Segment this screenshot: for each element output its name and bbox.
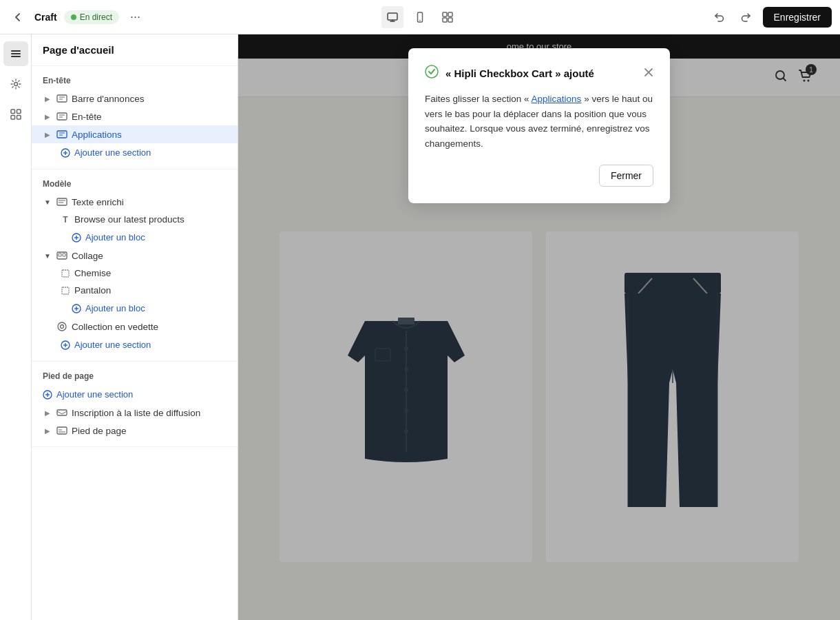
svg-point-10	[14, 83, 17, 86]
entete-label: En-tête	[72, 112, 227, 122]
svg-rect-5	[443, 18, 447, 22]
plus-icon	[61, 340, 70, 350]
pied-de-page-label: Pied de page	[72, 426, 227, 436]
modal-title: « Hipli Checkbox Cart » ajouté	[445, 68, 594, 79]
svg-rect-3	[443, 12, 447, 17]
live-dot	[71, 14, 76, 20]
sidebar-item-texte-enrichi[interactable]: ▼ Texte enrichi	[32, 193, 238, 211]
add-block-collage-button[interactable]: Ajouter un bloc	[32, 299, 238, 318]
svg-point-41	[58, 322, 66, 331]
texte-enrichi-icon	[56, 196, 67, 207]
svg-point-2	[419, 19, 421, 21]
mobile-device-button[interactable]	[409, 6, 431, 28]
plus-icon	[43, 390, 52, 400]
sidebar-item-inscription[interactable]: ▶ Inscription à la liste de diffusion	[32, 404, 238, 422]
add-section-footer-button[interactable]: Ajouter une section	[32, 385, 238, 404]
more-button[interactable]: ···	[126, 8, 145, 25]
chevron-down-icon: ▼	[43, 252, 52, 260]
header-group-label: En-tête	[32, 73, 238, 90]
nav-icon-button[interactable]	[3, 41, 28, 66]
live-label: En direct	[80, 12, 112, 22]
chevron-right-icon: ▶	[43, 409, 52, 417]
browse-products-label: Browse our latest products	[74, 214, 227, 225]
redo-button[interactable]	[735, 6, 757, 28]
svg-rect-35	[63, 254, 65, 256]
barre-icon	[56, 93, 67, 104]
settings-icon-button[interactable]	[3, 72, 28, 96]
svg-rect-12	[17, 110, 21, 114]
crop-icon	[61, 286, 70, 296]
svg-rect-8	[11, 53, 21, 54]
grid-view-button[interactable]	[437, 6, 459, 28]
svg-rect-18	[57, 113, 67, 120]
svg-rect-0	[388, 13, 397, 20]
svg-point-42	[61, 325, 64, 329]
sidebar-item-barre[interactable]: ▶ Barre d'annonces	[32, 90, 238, 107]
pied-de-page-icon	[56, 425, 67, 436]
plus-icon	[61, 148, 70, 158]
footer-section-group: Pied de page Ajouter une section ▶ Inscr…	[32, 362, 238, 447]
add-section-modele-button[interactable]: Ajouter une section	[32, 335, 238, 354]
chevron-right-icon: ▶	[43, 95, 52, 103]
svg-rect-14	[17, 116, 21, 120]
collage-label: Collage	[72, 251, 227, 261]
applications-label: Applications	[72, 130, 227, 140]
svg-rect-50	[57, 427, 67, 434]
svg-rect-36	[62, 270, 69, 277]
check-icon	[425, 65, 439, 82]
text-icon: T	[61, 215, 70, 225]
inscription-label: Inscription à la liste de diffusion	[72, 408, 227, 418]
footer-group-label: Pied de page	[32, 369, 238, 385]
modal-body-text: Faites glisser la section « Applications…	[425, 94, 653, 149]
desktop-device-button[interactable]	[381, 6, 403, 28]
modele-group-label: Modèle	[32, 176, 238, 193]
svg-point-73	[426, 65, 438, 78]
add-section-footer-label: Ajouter une section	[56, 389, 133, 400]
add-block-texte-label: Ajouter un bloc	[85, 232, 145, 242]
svg-rect-15	[57, 95, 67, 102]
sidebar-item-pantalon[interactable]: Pantalon	[32, 282, 238, 299]
topbar-right: Enregistrer	[467, 6, 832, 28]
svg-rect-9	[11, 56, 21, 57]
svg-rect-21	[57, 131, 67, 138]
collection-icon	[56, 321, 67, 332]
add-section-header-button[interactable]: Ajouter une section	[32, 143, 238, 162]
sidebar-item-applications[interactable]: ▶ Applications	[32, 125, 238, 143]
collection-label: Collection en vedette	[72, 322, 227, 332]
undo-button[interactable]	[708, 6, 730, 28]
add-block-collage-label: Ajouter un bloc	[85, 303, 145, 313]
sidebar-item-collection[interactable]: Collection en vedette	[32, 318, 238, 335]
main-area: Page d'accueil En-tête ▶ Barre d'annonce…	[0, 34, 840, 620]
chemise-label: Chemise	[74, 268, 227, 278]
topbar-center	[381, 6, 459, 28]
svg-rect-34	[59, 254, 61, 256]
sidebar-item-browse-products[interactable]: T Browse our latest products	[32, 211, 238, 228]
preview-area: ome to our store li Demo 2	[238, 34, 840, 620]
sidebar-item-pied-de-page[interactable]: ▶ Pied de page	[32, 422, 238, 440]
texte-enrichi-label: Texte enrichi	[72, 197, 227, 207]
modal-body: Faites glisser la section « Applications…	[425, 92, 653, 151]
add-section-modele-label: Ajouter une section	[74, 340, 151, 350]
modal-dialog: « Hipli Checkbox Cart » ajouté Faites gl…	[408, 48, 670, 203]
sidebar-item-chemise[interactable]: Chemise	[32, 265, 238, 282]
back-button[interactable]	[8, 8, 28, 27]
sidebar-item-collage[interactable]: ▼ Collage	[32, 247, 238, 265]
applications-link: Applications	[532, 94, 582, 104]
svg-rect-7	[11, 50, 21, 52]
live-badge: En direct	[64, 10, 119, 24]
sidebar-item-entete[interactable]: ▶ En-tête	[32, 107, 238, 125]
inscription-icon	[56, 407, 67, 418]
topbar-left: Craft En direct ···	[8, 8, 373, 27]
modal-close-x-button[interactable]	[644, 66, 653, 81]
entete-icon	[56, 111, 67, 122]
plus-icon	[72, 233, 81, 242]
add-block-texte-button[interactable]: Ajouter un bloc	[32, 228, 238, 247]
modal-fermer-button[interactable]: Fermer	[599, 165, 653, 187]
svg-rect-6	[448, 18, 452, 22]
save-button[interactable]: Enregistrer	[763, 7, 832, 28]
left-panel: Page d'accueil En-tête ▶ Barre d'annonce…	[32, 34, 238, 620]
grid-icon-button[interactable]	[3, 102, 28, 127]
header-section-group: En-tête ▶ Barre d'annonces ▶ En-tête	[32, 66, 238, 169]
chevron-right-icon: ▶	[43, 131, 52, 138]
topbar: Craft En direct ···	[0, 0, 840, 34]
